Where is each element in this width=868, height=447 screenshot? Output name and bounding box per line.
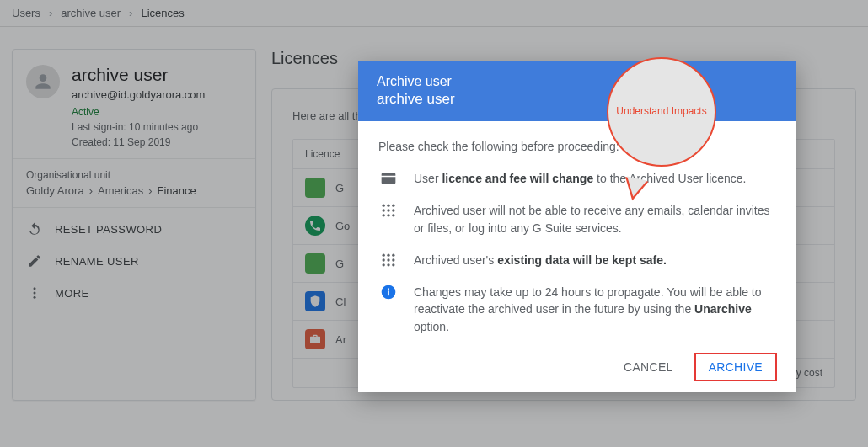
svg-point-13 bbox=[387, 253, 389, 256]
svg-point-10 bbox=[387, 214, 389, 216]
svg-point-18 bbox=[383, 263, 385, 266]
card-icon bbox=[378, 170, 399, 187]
archive-button[interactable]: ARCHIVE bbox=[695, 354, 776, 380]
svg-point-4 bbox=[387, 205, 389, 207]
svg-point-7 bbox=[387, 210, 389, 212]
svg-point-12 bbox=[383, 253, 385, 256]
impact-item: Changes may take up to 24 hours to propa… bbox=[378, 284, 776, 335]
svg-point-11 bbox=[392, 214, 394, 216]
archive-user-dialog: Archive user archive user Please check t… bbox=[358, 61, 796, 392]
dialog-subtitle: archive user bbox=[377, 91, 778, 108]
svg-point-19 bbox=[387, 263, 389, 266]
svg-point-5 bbox=[392, 205, 394, 207]
svg-point-6 bbox=[383, 210, 385, 212]
impact-item: Archived user will not be able to receiv… bbox=[378, 202, 776, 237]
dialog-lead: Please check the following before procee… bbox=[378, 140, 776, 153]
svg-point-14 bbox=[392, 253, 394, 256]
svg-rect-22 bbox=[388, 291, 389, 296]
svg-point-8 bbox=[392, 210, 394, 212]
apps-icon bbox=[378, 252, 399, 269]
dialog-header: Archive user archive user bbox=[358, 61, 796, 121]
svg-point-17 bbox=[392, 258, 394, 261]
annotation-text: Understand Impacts bbox=[607, 57, 716, 167]
cancel-button[interactable]: CANCEL bbox=[610, 354, 687, 380]
impact-item: User licence and fee will change to the … bbox=[378, 170, 776, 187]
impact-item: Archived user's existing data will be ke… bbox=[378, 252, 776, 269]
svg-point-3 bbox=[383, 205, 385, 207]
svg-point-20 bbox=[392, 263, 394, 266]
info-icon bbox=[378, 284, 399, 301]
svg-point-16 bbox=[387, 258, 389, 261]
apps-icon bbox=[378, 202, 399, 219]
annotation-bubble: Understand Impacts bbox=[607, 57, 716, 167]
dialog-title: Archive user bbox=[377, 74, 778, 89]
svg-point-15 bbox=[383, 258, 385, 261]
svg-point-23 bbox=[388, 288, 389, 290]
svg-point-9 bbox=[383, 214, 385, 216]
